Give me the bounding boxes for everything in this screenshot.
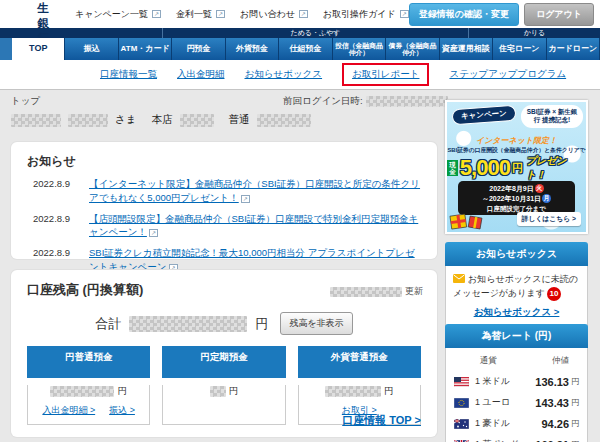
card-header: 円定期預金: [162, 346, 285, 378]
total-yen-unit: 円: [255, 315, 268, 333]
nav-tabs: TOP 振込 ATM・カード 円預金 外貨預金 仕組預金 投信（金融商品仲介） …: [0, 38, 600, 60]
notice-link-store-campaign[interactable]: 【店頭開設限定】金融商品仲介（SBI証券）口座開設で特別金利円定期預金キャンペー…: [89, 212, 423, 240]
branch-number-masked: [180, 114, 214, 127]
register-info-button[interactable]: 登録情報の確認・変更: [409, 3, 519, 26]
header-link-contact[interactable]: お問い合わせ: [240, 8, 308, 21]
notice-box-widget: お知らせボックス お知らせボックスに未読のメッセージがあります10 お知らせボッ…: [445, 242, 588, 329]
header-link-campaign-list[interactable]: キャンペーン一覧: [75, 8, 161, 21]
logout-button[interactable]: ログアウト: [524, 3, 594, 26]
nav-group-labels: ためる・ふやす かりる: [0, 28, 600, 38]
nav-tab-asset-consulting[interactable]: 資産運用相談: [440, 38, 493, 60]
nav-group-save-grow: ためる・ふやす: [162, 28, 468, 38]
rate-row-aud: 1 豪ドル 94.26 円: [446, 413, 587, 434]
nav-tab-investment-trust[interactable]: 投信（金融商品仲介）: [333, 38, 386, 60]
page-body: トップ 前回ログイン日時: さま 本店 普通 お知らせ 2022.8.9 【イン…: [0, 90, 600, 442]
exchange-rate-title: 為替レート (円): [445, 324, 588, 348]
campaign-period-start: 2022年8月9日: [489, 185, 533, 192]
nav-tab-top[interactable]: TOP: [12, 38, 65, 60]
subnav-notice-box[interactable]: お知らせボックス: [245, 68, 323, 81]
tuesday-dot-icon: 火: [535, 184, 544, 193]
nav-tab-bonds[interactable]: 債券（金融商品仲介）: [386, 38, 439, 60]
rate-column-header: 仲値: [552, 355, 569, 367]
campaign-limited-text: インターネット限定！: [447, 135, 586, 146]
branch-label: 本店: [152, 113, 173, 127]
unread-count-badge: 10: [547, 287, 561, 301]
notice-row: 2022.8.9 【店頭開設限定】金融商品仲介（SBI証券）口座開設で特別金利円…: [11, 210, 437, 245]
fx-ordinary-amount-masked: [325, 386, 381, 397]
transfer-link[interactable]: 振込 >: [109, 404, 135, 417]
balance-updated-label: 更新: [405, 285, 423, 298]
notice-box-link[interactable]: お知らせボックス >: [453, 305, 580, 320]
us-flag-icon: [454, 377, 469, 387]
external-link-icon: [400, 10, 409, 18]
nav-tab-home-loan[interactable]: 住宅ローン: [493, 38, 546, 60]
account-card-yen-ordinary: 円普通預金 円 入出金明細 > 振込 >: [27, 346, 150, 425]
notices-title: お知らせ: [11, 142, 437, 175]
notice-date: 2022.8.9: [33, 177, 89, 205]
notices-panel: お知らせ 2022.8.9 【インターネット限定】金融商品仲介（SBI証券）口座…: [11, 142, 437, 259]
nav-tab-structured-deposit[interactable]: 仕組預金: [279, 38, 332, 60]
yen-ordinary-amount-masked: [50, 386, 114, 397]
gift-boxes-icon: [449, 207, 485, 231]
customer-info-row: さま 本店 普通: [11, 113, 311, 127]
subnav-statement[interactable]: 入出金明細: [177, 68, 225, 81]
currency-column-header: 通貨: [480, 355, 497, 367]
campaign-badge: キャンペーン: [452, 105, 517, 125]
nav-tab-transfer[interactable]: 振込: [65, 38, 118, 60]
au-flag-icon: [454, 419, 469, 429]
campaign-detail-button[interactable]: 詳しくはこちら >: [517, 212, 581, 226]
nav-tab-yen-deposit[interactable]: 円預金: [172, 38, 225, 60]
customer-honorific: さま: [115, 113, 137, 127]
monday-dot-icon: 月: [542, 194, 551, 203]
breadcrumb[interactable]: トップ: [11, 95, 40, 108]
header-link-interest-rates[interactable]: 金利一覧: [176, 8, 225, 21]
subnav-transaction-report[interactable]: お取引レポート: [352, 68, 419, 79]
campaign-amount: 5,000: [460, 155, 510, 181]
statement-link[interactable]: 入出金明細 >: [42, 404, 95, 417]
nav-left-sliver: [0, 38, 12, 60]
notice-box-title[interactable]: お知らせボックス: [445, 242, 588, 266]
yen-time-amount-masked: [210, 386, 226, 397]
rate-row-gbp: 1 英ポンド 166.21 円: [446, 434, 587, 442]
exchange-rate-widget: 為替レート (円) 通貨 仲値 1 米ドル 136.13: [445, 324, 588, 442]
last-login-label: 前回ログイン日時:: [283, 95, 363, 108]
subnav-stepup-program[interactable]: ステップアッププログラム: [449, 68, 566, 81]
mail-icon: [453, 274, 465, 283]
total-amount-masked: [129, 316, 247, 332]
campaign-amount-unit: 円: [512, 161, 523, 176]
header-link-guide[interactable]: お取引操作ガイド: [323, 8, 409, 21]
nav-tab-atm-card[interactable]: ATM・カード: [119, 38, 172, 60]
rate-row-eur: 1 ユーロ 143.43 円: [446, 392, 587, 413]
notice-link-internet-campaign[interactable]: 【インターネット限定】金融商品仲介（SBI証券）口座開設と所定の条件クリアでもれ…: [89, 177, 423, 205]
campaign-banner[interactable]: キャンペーン SBI証券 × 新生銀行 提携記念! インターネット限定！ SBI…: [445, 100, 588, 234]
nav-tab-fx-deposit[interactable]: 外貨預金: [226, 38, 279, 60]
eu-flag-icon: [454, 398, 469, 408]
page: SBI 新生銀行 キャンペーン一覧 金利一覧 お問い合わせ お取引操作ガイド 登…: [0, 0, 600, 442]
last-login-datetime-masked: [366, 96, 448, 107]
yen-unit: 円: [117, 385, 127, 398]
top-header: SBI 新生銀行 キャンペーン一覧 金利一覧 お問い合わせ お取引操作ガイド 登…: [0, 0, 600, 28]
account-card-yen-time: 円定期預金 円: [162, 346, 285, 425]
campaign-cash-label: 現金: [447, 160, 458, 177]
account-info-top-link[interactable]: 口座情報 TOP >: [342, 413, 421, 428]
notice-date: 2022.8.9: [33, 212, 89, 240]
rate-row-usd: 1 米ドル 136.13 円: [446, 371, 587, 392]
subnav-account-info-list[interactable]: 口座情報一覧: [100, 68, 157, 81]
hide-balance-button[interactable]: 残高を非表示: [280, 312, 352, 335]
nav-tab-card-loan[interactable]: カードローン: [547, 38, 600, 60]
campaign-amount-row: 現金 5,000 円 プレゼント！: [447, 154, 586, 182]
card-header: 外貨普通預金: [298, 346, 421, 378]
transaction-report-highlight-box: お取引レポート: [342, 63, 429, 86]
external-link-icon: [216, 10, 225, 18]
external-link-icon: [152, 10, 161, 18]
balance-updated: 更新: [330, 285, 423, 298]
nav-group-borrow: かりる: [468, 28, 600, 38]
campaign-bubble: SBI証券 × 新生銀行 提携記念!: [521, 105, 583, 128]
total-label: 合計: [95, 315, 121, 333]
campaign-period-end: ～2022年10月31日: [482, 195, 541, 202]
external-link-icon: [149, 229, 158, 237]
campaign-present-text: プレゼント！: [526, 154, 586, 182]
yen-unit: 円: [229, 385, 239, 398]
card-header: 円普通預金: [27, 346, 150, 378]
account-type-label: 普通: [229, 113, 250, 127]
